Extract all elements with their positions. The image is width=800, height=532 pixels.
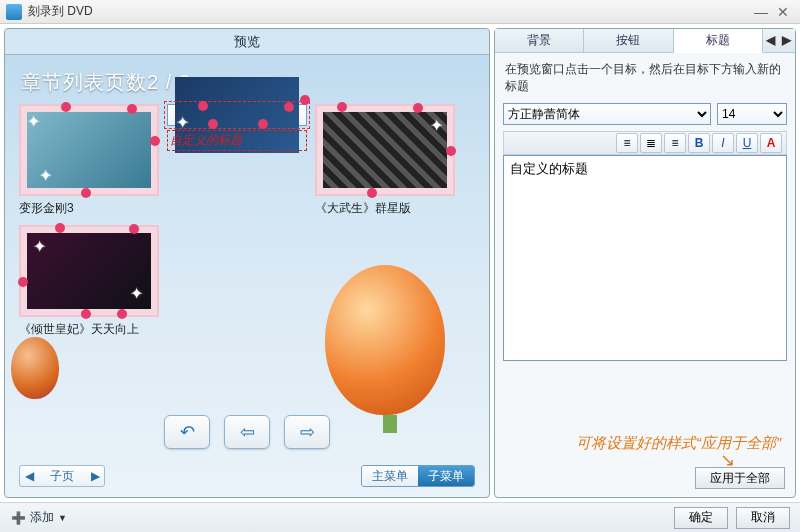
chapter-thumb[interactable]: ✦ 自定义的标题: [167, 104, 307, 217]
chapter-caption[interactable]: 变形金刚3: [19, 200, 159, 217]
preview-header: 预览: [5, 29, 489, 55]
tab-title[interactable]: 标题: [674, 29, 763, 53]
align-right-button[interactable]: ≡: [664, 133, 686, 153]
menu-segment: 主菜单 子菜单: [361, 465, 475, 487]
add-icon: ➕: [10, 510, 26, 526]
nav-next-button[interactable]: ⇨: [284, 415, 330, 449]
seg-sub-menu[interactable]: 子菜单: [418, 466, 474, 486]
font-color-button[interactable]: A: [760, 133, 782, 153]
align-center-button[interactable]: ≣: [640, 133, 662, 153]
chapter-caption[interactable]: 《倾世皇妃》天天向上: [19, 321, 159, 338]
balloon-decor: [325, 265, 445, 415]
annotation-text: 可将设置好的样式“应用于全部”: [495, 426, 795, 455]
tab-button[interactable]: 按钮: [584, 29, 673, 52]
chapter-thumb[interactable]: ✦✦ 《倾世皇妃》天天向上: [19, 225, 159, 338]
nav-return-button[interactable]: ↶: [164, 415, 210, 449]
annotation-arrow-icon: ↘: [495, 455, 795, 465]
balloon-decor: [11, 337, 59, 399]
pager-prev-icon[interactable]: ◀: [20, 469, 38, 483]
window-title: 刻录到 DVD: [28, 3, 93, 20]
chapter-caption[interactable]: 《大武生》群星版: [315, 200, 455, 217]
side-pane: 背景 按钮 标题 ◀ ▶ 在预览窗口点击一个目标，然后在目标下方输入新的标题 方…: [494, 28, 796, 498]
nav-prev-button[interactable]: ⇦: [224, 415, 270, 449]
preview-stage[interactable]: 章节列表页数2 / 2 ✦✦ 变形金刚3 ✦ 自定义的标题: [5, 55, 489, 409]
side-tabs: 背景 按钮 标题 ◀ ▶: [495, 29, 795, 53]
titlebar: 刻录到 DVD — ✕: [0, 0, 800, 24]
align-left-button[interactable]: ≡: [616, 133, 638, 153]
close-button[interactable]: ✕: [772, 4, 794, 20]
minimize-button[interactable]: —: [750, 4, 772, 20]
text-toolbar: ≡ ≣ ≡ B I U A: [503, 131, 787, 155]
tab-scroll-left-icon[interactable]: ◀: [763, 29, 779, 52]
chapter-thumb[interactable]: ✦✦ 变形金刚3: [19, 104, 159, 217]
subpage-pager[interactable]: ◀ 子页 ▶: [19, 465, 105, 487]
apply-all-button[interactable]: 应用于全部: [695, 467, 785, 489]
bold-button[interactable]: B: [688, 133, 710, 153]
pager-label: 子页: [38, 468, 86, 485]
font-size-select[interactable]: 14: [717, 103, 787, 125]
pager-next-icon[interactable]: ▶: [86, 469, 104, 483]
chevron-down-icon: ▼: [58, 513, 67, 523]
chapter-caption-editing[interactable]: 自定义的标题: [167, 130, 307, 151]
add-dropdown[interactable]: ➕ 添加 ▼: [10, 509, 67, 526]
font-family-select[interactable]: 方正静蕾简体: [503, 103, 711, 125]
underline-button[interactable]: U: [736, 133, 758, 153]
tab-scroll-right-icon[interactable]: ▶: [779, 29, 795, 52]
italic-button[interactable]: I: [712, 133, 734, 153]
footer: ➕ 添加 ▼ 确定 取消: [0, 502, 800, 532]
side-hint: 在预览窗口点击一个目标，然后在目标下方输入新的标题: [495, 53, 795, 103]
chapter-thumb[interactable]: ✦ 《大武生》群星版: [315, 104, 455, 217]
seg-main-menu[interactable]: 主菜单: [362, 466, 418, 486]
app-icon: [6, 4, 22, 20]
nav-row: ↶ ⇦ ⇨: [5, 409, 489, 459]
title-textarea[interactable]: 自定义的标题: [503, 155, 787, 361]
tab-background[interactable]: 背景: [495, 29, 584, 52]
ok-button[interactable]: 确定: [674, 507, 728, 529]
cancel-button[interactable]: 取消: [736, 507, 790, 529]
preview-pane: 预览 章节列表页数2 / 2 ✦✦ 变形金刚3 ✦: [4, 28, 490, 498]
